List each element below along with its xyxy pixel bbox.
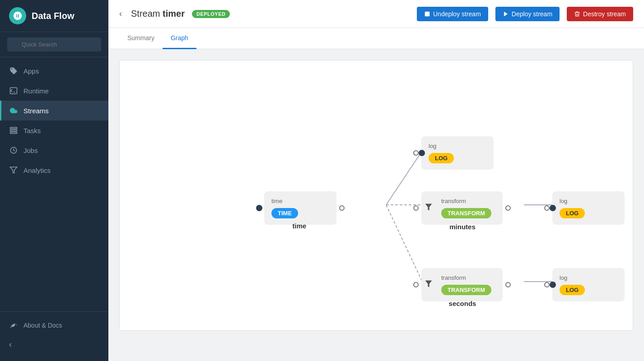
filter-icon-bot: [424, 279, 433, 290]
node-log-top-label: log: [429, 143, 486, 149]
svg-rect-7: [10, 130, 17, 131]
trash-icon: [574, 11, 580, 17]
port-transform-mid-right: [505, 205, 511, 211]
port-log-top-left-open: [413, 150, 419, 156]
port-transform-mid-left-open: [413, 205, 419, 211]
about-docs-link[interactable]: About & Docs: [0, 315, 108, 335]
sidebar-item-label-streams: Streams: [23, 107, 49, 115]
tab-graph-label: Graph: [171, 34, 188, 42]
node-transform-mid-label: transform: [441, 198, 495, 204]
svg-rect-11: [425, 11, 430, 16]
node-time-badge: TIME: [271, 208, 298, 218]
node-transform-bot-label: transform: [441, 274, 495, 281]
analytics-icon: [9, 166, 18, 175]
sidebar-item-label-jobs: Jobs: [23, 147, 38, 154]
port-log-bot-left-open: [544, 282, 550, 287]
port-time-left: [256, 205, 262, 211]
sidebar-item-label-tasks: Tasks: [23, 127, 41, 134]
node-time-name: time: [293, 222, 307, 230]
search-area: [0, 32, 108, 57]
back-button[interactable]: ‹: [119, 9, 122, 19]
port-log-mid-left-open: [544, 205, 550, 211]
node-transform-mid: transform TRANSFORM: [421, 191, 503, 225]
tag-icon: [9, 66, 18, 75]
node-transform-bot: transform TRANSFORM: [421, 268, 503, 301]
svg-point-3: [11, 69, 12, 69]
svg-line-15: [386, 205, 422, 282]
main-content: ‹ Stream timer DEPLOYED Undeploy stream …: [108, 0, 644, 361]
sidebar-bottom: About & Docs ‹: [0, 311, 108, 361]
port-time-right: [339, 205, 345, 211]
svg-marker-18: [425, 204, 432, 211]
port-log-bot-left-filled: [550, 282, 556, 288]
deploy-label: Deploy stream: [512, 10, 552, 18]
sidebar-item-label-analytics: Analytics: [23, 167, 51, 174]
port-log-mid-left-filled: [550, 205, 556, 211]
svg-rect-6: [10, 127, 17, 129]
node-transform-mid-badge: TRANSFORM: [441, 208, 491, 218]
play-icon: [503, 11, 509, 17]
collapse-icon: ‹: [9, 340, 12, 349]
sidebar-item-label-runtime: Runtime: [23, 87, 49, 95]
node-log-mid: log LOG: [552, 191, 625, 225]
deploy-stream-button[interactable]: Deploy stream: [495, 7, 560, 21]
node-time-label: time: [271, 198, 329, 204]
deployed-badge: DEPLOYED: [192, 10, 230, 18]
node-time: time TIME: [264, 191, 336, 225]
tasks-icon: [9, 126, 18, 135]
node-log-bot-badge: LOG: [560, 285, 585, 295]
sidebar-item-runtime[interactable]: Runtime: [0, 81, 108, 101]
tab-summary[interactable]: Summary: [119, 28, 163, 49]
stream-name: timer: [163, 9, 185, 19]
stream-prefix: Stream: [131, 9, 160, 19]
square-icon: [424, 11, 430, 17]
svg-line-13: [386, 151, 422, 205]
sidebar-item-analytics[interactable]: Analytics: [0, 160, 108, 180]
port-transform-bot-left-open: [413, 282, 419, 287]
sidebar-item-jobs[interactable]: Jobs: [0, 140, 108, 160]
graph-container: time TIME time log LOG: [108, 49, 644, 361]
logo-area: Data Flow: [0, 0, 108, 32]
port-log-top-left-filled: [419, 150, 425, 156]
sidebar-item-streams[interactable]: Streams: [0, 101, 108, 120]
sidebar-item-tasks[interactable]: Tasks: [0, 120, 108, 140]
sidebar-nav: Apps Runtime Streams: [0, 57, 108, 311]
node-log-bot-label: log: [560, 274, 617, 281]
sidebar-collapse-btn[interactable]: ‹: [0, 335, 108, 354]
stream-title: Stream timer: [131, 9, 185, 19]
node-log-mid-badge: LOG: [560, 208, 585, 218]
tab-summary-label: Summary: [127, 34, 154, 42]
terminal-icon: [9, 86, 18, 95]
logo-text: Data Flow: [32, 11, 74, 21]
tabs-bar: Summary Graph: [108, 28, 644, 49]
node-log-bot: log LOG: [552, 268, 625, 301]
tab-graph[interactable]: Graph: [163, 28, 196, 49]
filter-icon-mid: [424, 203, 433, 213]
destroy-stream-button[interactable]: Destroy stream: [567, 7, 633, 21]
search-input[interactable]: [7, 37, 101, 51]
clock-icon: [9, 146, 18, 155]
destroy-label: Destroy stream: [583, 10, 626, 18]
logo-icon: [9, 7, 26, 24]
undeploy-stream-button[interactable]: Undeploy stream: [417, 7, 488, 21]
graph-canvas: time TIME time log LOG: [119, 60, 633, 331]
svg-marker-12: [504, 11, 508, 16]
node-seconds-name: seconds: [449, 300, 476, 307]
svg-rect-8: [10, 132, 17, 134]
sidebar-item-apps[interactable]: Apps: [0, 61, 108, 81]
about-docs-label: About & Docs: [23, 322, 62, 329]
search-wrapper: [7, 37, 101, 51]
node-log-mid-label: log: [560, 198, 617, 204]
svg-marker-19: [425, 281, 432, 287]
node-minutes-name: minutes: [449, 223, 476, 231]
node-log-top: log LOG: [421, 136, 494, 170]
sidebar: Data Flow Apps: [0, 0, 108, 361]
cloud-icon: [9, 106, 18, 115]
svg-marker-10: [10, 167, 17, 173]
node-log-top-badge: LOG: [429, 153, 454, 163]
node-transform-bot-badge: TRANSFORM: [441, 285, 491, 295]
topbar: ‹ Stream timer DEPLOYED Undeploy stream …: [108, 0, 644, 28]
leaf-icon: [9, 321, 18, 330]
port-transform-bot-right: [505, 282, 511, 287]
sidebar-item-label-apps: Apps: [23, 67, 39, 75]
